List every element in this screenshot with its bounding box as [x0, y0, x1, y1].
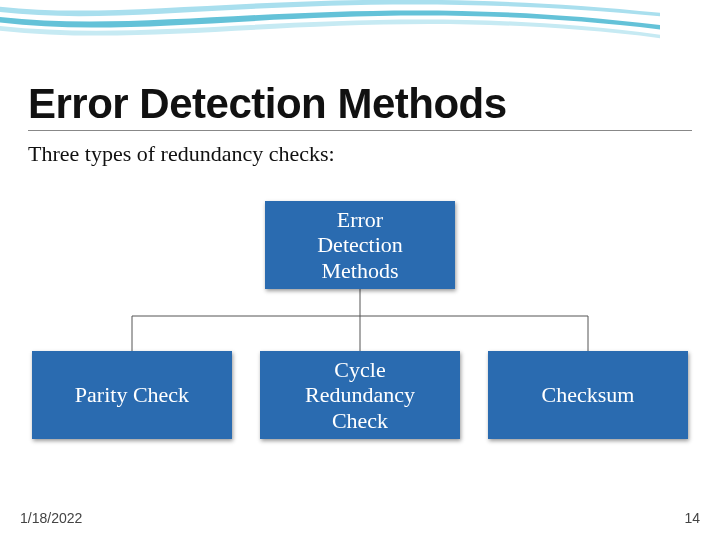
- child-line: Parity Check: [40, 382, 224, 407]
- footer-date: 1/18/2022: [20, 510, 82, 526]
- root-line: Methods: [273, 258, 447, 283]
- slide-subtitle: Three types of redundancy checks:: [28, 141, 692, 167]
- child-line: Cycle: [268, 357, 452, 382]
- title-underline: [28, 130, 692, 131]
- root-line: Detection: [273, 232, 447, 257]
- child-node-checksum: Checksum: [488, 351, 688, 439]
- hierarchy-diagram: Error Detection Methods Parity Check Cyc…: [28, 201, 692, 461]
- child-line: Check: [268, 408, 452, 433]
- child-node-parity: Parity Check: [32, 351, 232, 439]
- slide-title: Error Detection Methods: [28, 80, 692, 128]
- footer-page-number: 14: [684, 510, 700, 526]
- child-line: Redundancy: [268, 382, 452, 407]
- root-node: Error Detection Methods: [265, 201, 455, 289]
- child-line: Checksum: [496, 382, 680, 407]
- root-box: Error Detection Methods: [265, 201, 455, 289]
- child-node-crc: Cycle Redundancy Check: [260, 351, 460, 439]
- root-line: Error: [273, 207, 447, 232]
